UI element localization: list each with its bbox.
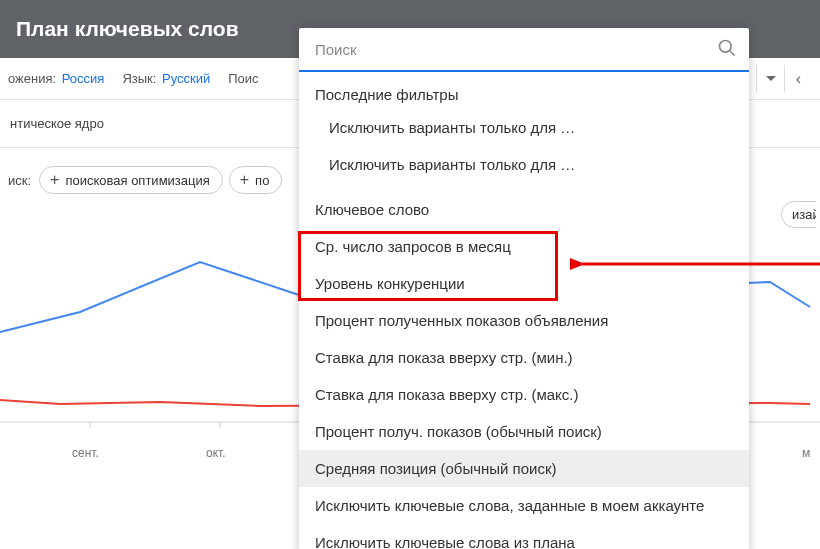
popup-option[interactable]: Исключить варианты только для … (299, 109, 749, 146)
search-input[interactable] (315, 41, 717, 58)
popup-option[interactable]: Ставка для показа вверху стр. (мин.) (299, 339, 749, 376)
filter-location-value: Россия (62, 71, 105, 86)
collapse-button[interactable]: ‹ (784, 65, 812, 93)
popup-option[interactable]: Процент получ. показов (обычный поиск) (299, 413, 749, 450)
popup-scroll[interactable]: Последние фильтры Исключить варианты тол… (299, 72, 749, 549)
filter-language-value: Русский (162, 71, 210, 86)
svg-line-4 (730, 50, 735, 55)
popup-option[interactable]: Ключевое слово (299, 191, 749, 228)
chips-label: иск: (8, 173, 31, 188)
filter-search-partial[interactable]: Поис (228, 71, 258, 86)
filter-language-label: Язык: (122, 71, 156, 86)
popup-option[interactable]: Процент полученных показов объявления (299, 302, 749, 339)
popup-option[interactable]: Средняя позиция (обычный поиск) (299, 450, 749, 487)
plus-icon: + (50, 172, 59, 188)
filter-language[interactable]: Язык: Русский (122, 71, 210, 86)
chip-label: по (255, 173, 269, 188)
section-label-text: нтическое ядро (10, 116, 104, 131)
page-title: План ключевых слов (16, 17, 239, 41)
popup-section-head: Последние фильтры (299, 72, 749, 109)
chip-label: поисковая оптимизация (65, 173, 209, 188)
popup-option[interactable]: Ставка для показа вверху стр. (макс.) (299, 376, 749, 413)
filter-popup: Последние фильтры Исключить варианты тол… (299, 28, 749, 549)
chevron-left-icon: ‹ (796, 70, 801, 88)
filter-location-label: ожения: (8, 71, 56, 86)
popup-search-row (299, 28, 749, 72)
svg-point-3 (720, 40, 732, 52)
popup-option[interactable]: Исключить ключевые слова, заданные в мое… (299, 487, 749, 524)
xtick: сент. (72, 446, 99, 460)
popup-option[interactable]: Исключить варианты только для … (299, 146, 749, 183)
popup-option[interactable]: Исключить ключевые слова из плана (299, 524, 749, 549)
xtick: м (802, 446, 810, 460)
search-icon (717, 38, 737, 61)
popup-option[interactable]: Ср. число запросов в месяц (299, 228, 749, 265)
xtick: окт. (206, 446, 226, 460)
chip[interactable]: + по (229, 166, 283, 194)
plus-icon: + (240, 172, 249, 188)
filter-location[interactable]: ожения: Россия (8, 71, 104, 86)
dropdown-button[interactable] (756, 65, 784, 93)
chevron-down-icon (766, 76, 776, 81)
popup-option[interactable]: Уровень конкуренции (299, 265, 749, 302)
chip[interactable]: + поисковая оптимизация (39, 166, 223, 194)
filter-search-label: Поис (228, 71, 258, 86)
